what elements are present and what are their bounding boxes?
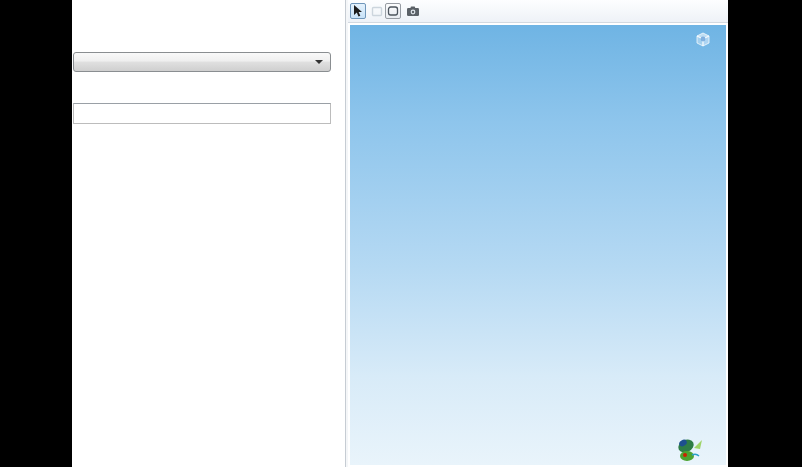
settings-panel xyxy=(72,0,345,467)
app-window: { "panel": { "title": "Finalize", "final… xyxy=(0,0,802,467)
left-filler xyxy=(0,0,72,467)
comsolyar-logo-icon xyxy=(672,436,714,464)
graphics-pane xyxy=(345,0,728,467)
graphics-toolbar xyxy=(348,0,728,23)
wireframe-scene[interactable] xyxy=(350,25,726,465)
screenshot-button[interactable] xyxy=(405,3,421,19)
comsol-cube-icon xyxy=(693,30,712,49)
zoom-extents-button[interactable] xyxy=(385,3,401,19)
camera-icon xyxy=(406,5,420,17)
comsol-watermark xyxy=(688,30,712,49)
comsolyar-branding xyxy=(672,436,720,464)
secondary-tool-button[interactable] xyxy=(369,3,385,19)
tolerance-input[interactable] xyxy=(73,103,331,124)
graphics-view-frame xyxy=(348,23,728,467)
pointer-icon xyxy=(352,5,364,18)
zoom-extents-icon xyxy=(387,5,399,17)
pale-window-icon xyxy=(371,5,383,17)
graphics-canvas[interactable] xyxy=(350,25,726,465)
chevron-down-icon xyxy=(315,60,323,64)
finalization-method-dropdown[interactable] xyxy=(73,52,331,72)
pointer-tool-button[interactable] xyxy=(350,3,366,19)
